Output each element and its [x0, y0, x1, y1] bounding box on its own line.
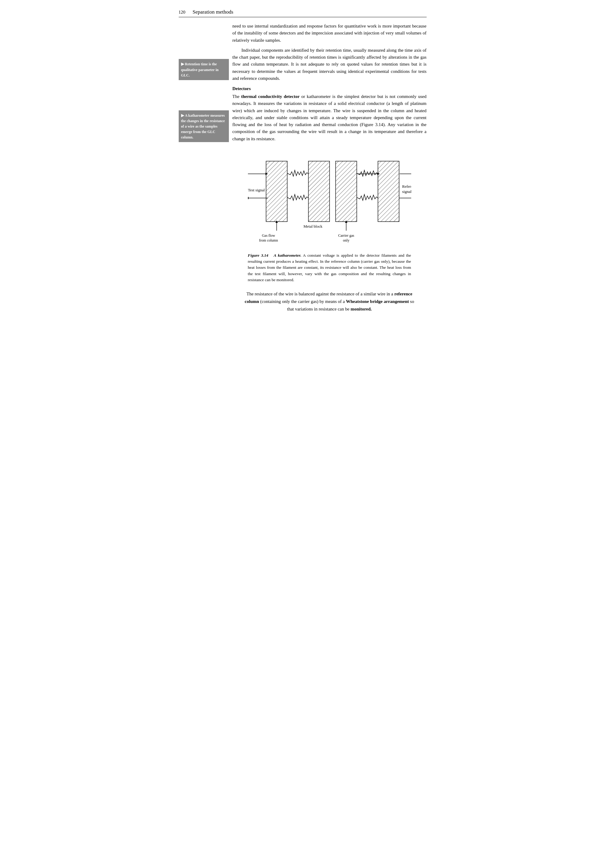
svg-text:from column: from column — [259, 238, 278, 242]
reference-signal-label: Reference — [402, 184, 411, 189]
arrow-icon-2: ▶ — [181, 113, 184, 118]
figure-3-14-container: Test signal Metal block Reference signal… — [233, 149, 427, 283]
metal-block-label: Metal block — [303, 224, 322, 229]
svg-marker-9 — [248, 197, 248, 199]
page-layout: ▶Retention time is the qualitative param… — [179, 23, 427, 313]
detectors-paragraph: The thermal conductivity detector or kat… — [233, 93, 427, 143]
detectors-heading: Detectors — [233, 86, 427, 91]
katharometer-diagram: Test signal Metal block Reference signal… — [248, 149, 411, 249]
wheatstone-bold: Wheatstone bridge arrangement — [346, 299, 409, 304]
bottom-paragraph: The resistance of the wire is balanced a… — [233, 290, 427, 313]
svg-rect-5 — [378, 161, 399, 222]
svg-rect-2 — [266, 161, 287, 222]
intro-paragraph: need to use internal standardization and… — [233, 23, 427, 82]
figure-title: A katharometer. — [274, 253, 301, 257]
figure-caption-text: A constant voltage is applied to the det… — [248, 253, 411, 282]
page-title: Separation methods — [192, 9, 233, 15]
carrier-gas-label: Carrier gas — [338, 233, 354, 238]
sidebar-box-retention: ▶Retention time is the qualitative param… — [179, 59, 229, 80]
svg-rect-3 — [309, 161, 330, 222]
page-header: 120 Separation methods — [179, 9, 427, 17]
figure-caption: Figure 3.14 A katharometer. A constant v… — [248, 253, 411, 283]
monitored-bold: monitored. — [351, 307, 372, 312]
arrow-icon-1: ▶ — [181, 62, 184, 66]
svg-rect-4 — [336, 161, 357, 222]
test-signal-label: Test signal — [248, 188, 265, 192]
figure-label: Figure 3.14 — [248, 253, 268, 257]
sidebar-box-katharometer: ▶A katharometer measures the changes in … — [179, 110, 229, 143]
svg-text:signal: signal — [402, 189, 411, 194]
sidebar: ▶Retention time is the qualitative param… — [179, 23, 233, 313]
svg-text:only: only — [343, 238, 349, 242]
page-number: 120 — [179, 10, 186, 15]
main-content: need to use internal standardization and… — [233, 23, 427, 313]
gas-flow-label: Gas flow — [262, 233, 275, 238]
thermal-conductivity-bold: thermal conductivity detector — [241, 94, 299, 99]
